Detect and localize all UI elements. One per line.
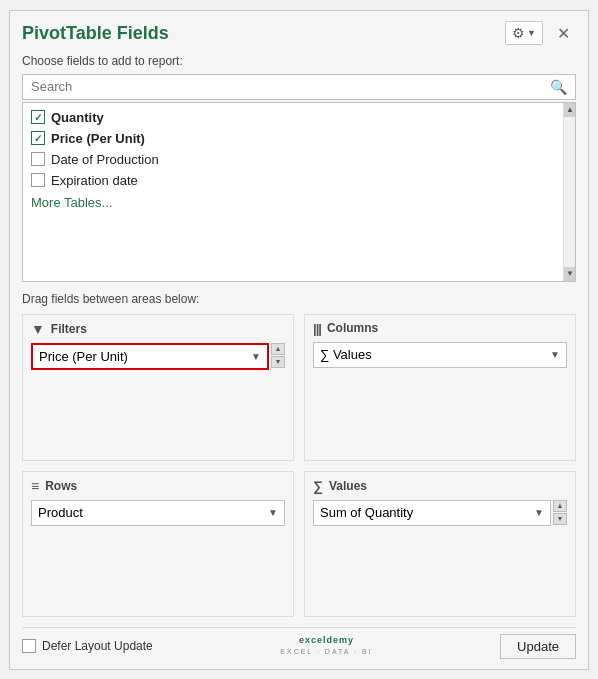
- field-item-date[interactable]: Date of Production: [23, 149, 575, 170]
- filters-area: ▼ Filters Price (Per Unit) ▼ ▲ ▼: [22, 314, 294, 461]
- values-dropdown-container: Sum of Quantity ▼: [313, 500, 551, 526]
- scroll-up-arrow[interactable]: ▲: [564, 103, 576, 117]
- more-tables-link[interactable]: More Tables...: [23, 191, 575, 214]
- scroll-down-arrow[interactable]: ▼: [564, 267, 576, 281]
- filters-scroll-up[interactable]: ▲: [271, 343, 285, 355]
- panel-title: PivotTable Fields: [22, 23, 169, 44]
- values-scroll-up[interactable]: ▲: [553, 500, 567, 512]
- values-value: Sum of Quantity: [320, 505, 413, 520]
- filters-scroll-btns: ▲ ▼: [271, 343, 285, 370]
- rows-dropdown[interactable]: Product ▼: [31, 500, 285, 526]
- field-label-date: Date of Production: [51, 152, 159, 167]
- fields-scrollbar[interactable]: ▲ ▼: [563, 103, 575, 281]
- values-header: ∑ Values: [313, 478, 567, 494]
- choose-fields-label: Choose fields to add to report:: [22, 54, 576, 68]
- filters-dropdown-container: Price (Per Unit) ▼: [31, 343, 269, 370]
- columns-icon: |||: [313, 321, 321, 336]
- filters-label: Filters: [51, 322, 87, 336]
- values-area: ∑ Values Sum of Quantity ▼ ▲ ▼: [304, 471, 576, 617]
- defer-checkbox-row: Defer Layout Update: [22, 639, 153, 653]
- settings-dropdown-arrow: ▼: [527, 28, 536, 38]
- columns-label: Columns: [327, 321, 378, 335]
- checkmark-quantity: ✓: [34, 112, 42, 123]
- field-checkbox-price[interactable]: ✓: [31, 131, 45, 145]
- search-box: 🔍: [22, 74, 576, 100]
- rows-header: ≡ Rows: [31, 478, 285, 494]
- columns-dropdown[interactable]: ∑ Values ▼: [313, 342, 567, 368]
- columns-value: ∑ Values: [320, 347, 372, 362]
- fields-list: ✓ Quantity ✓ Price (Per Unit) Date of Pr…: [22, 102, 576, 282]
- rows-area: ≡ Rows Product ▼: [22, 471, 294, 617]
- close-icon: ✕: [557, 24, 570, 43]
- excel-logo-text: exceldemyEXCEL · DATA · BI: [280, 635, 372, 657]
- rows-value: Product: [38, 505, 83, 520]
- search-input[interactable]: [31, 79, 550, 94]
- values-row: Sum of Quantity ▼ ▲ ▼: [313, 500, 567, 526]
- bottom-bar: Defer Layout Update exceldemyEXCEL · DAT…: [22, 627, 576, 659]
- field-checkbox-expiration[interactable]: [31, 173, 45, 187]
- update-button[interactable]: Update: [500, 634, 576, 659]
- excel-logo: exceldemyEXCEL · DATA · BI: [280, 635, 372, 657]
- field-item-expiration[interactable]: Expiration date: [23, 170, 575, 191]
- filters-arrow: ▼: [251, 351, 261, 362]
- columns-area: ||| Columns ∑ Values ▼: [304, 314, 576, 461]
- drag-fields-label: Drag fields between areas below:: [22, 292, 576, 306]
- field-item-price[interactable]: ✓ Price (Per Unit): [23, 128, 575, 149]
- values-sigma-icon: ∑: [313, 478, 323, 494]
- field-item-quantity[interactable]: ✓ Quantity: [23, 107, 575, 128]
- filters-row: Price (Per Unit) ▼ ▲ ▼: [31, 343, 285, 370]
- columns-arrow: ▼: [550, 349, 560, 360]
- panel-header: PivotTable Fields ⚙ ▼ ✕: [22, 21, 576, 46]
- filters-value: Price (Per Unit): [39, 349, 128, 364]
- values-label: Values: [329, 479, 367, 493]
- values-arrow: ▼: [534, 507, 544, 518]
- checkmark-price: ✓: [34, 133, 42, 144]
- filters-header: ▼ Filters: [31, 321, 285, 337]
- field-checkbox-quantity[interactable]: ✓: [31, 110, 45, 124]
- field-label-expiration: Expiration date: [51, 173, 138, 188]
- areas-grid: ▼ Filters Price (Per Unit) ▼ ▲ ▼ |||: [22, 314, 576, 617]
- search-icon: 🔍: [550, 79, 567, 95]
- rows-icon: ≡: [31, 478, 39, 494]
- field-label-price: Price (Per Unit): [51, 131, 145, 146]
- defer-label: Defer Layout Update: [42, 639, 153, 653]
- rows-arrow: ▼: [268, 507, 278, 518]
- settings-button[interactable]: ⚙ ▼: [505, 21, 543, 45]
- values-dropdown[interactable]: Sum of Quantity ▼: [313, 500, 551, 526]
- defer-checkbox[interactable]: [22, 639, 36, 653]
- field-label-quantity: Quantity: [51, 110, 104, 125]
- filter-icon: ▼: [31, 321, 45, 337]
- rows-label: Rows: [45, 479, 77, 493]
- field-checkbox-date[interactable]: [31, 152, 45, 166]
- settings-icon: ⚙: [512, 25, 525, 41]
- pivot-table-fields-panel: PivotTable Fields ⚙ ▼ ✕ Choose fields to…: [9, 10, 589, 670]
- values-scroll-down[interactable]: ▼: [553, 513, 567, 525]
- filters-dropdown[interactable]: Price (Per Unit) ▼: [31, 343, 269, 370]
- columns-header: ||| Columns: [313, 321, 567, 336]
- filters-scroll-down[interactable]: ▼: [271, 356, 285, 368]
- header-icons: ⚙ ▼ ✕: [505, 21, 576, 46]
- close-button[interactable]: ✕: [551, 21, 576, 46]
- values-scroll-btns: ▲ ▼: [553, 500, 567, 526]
